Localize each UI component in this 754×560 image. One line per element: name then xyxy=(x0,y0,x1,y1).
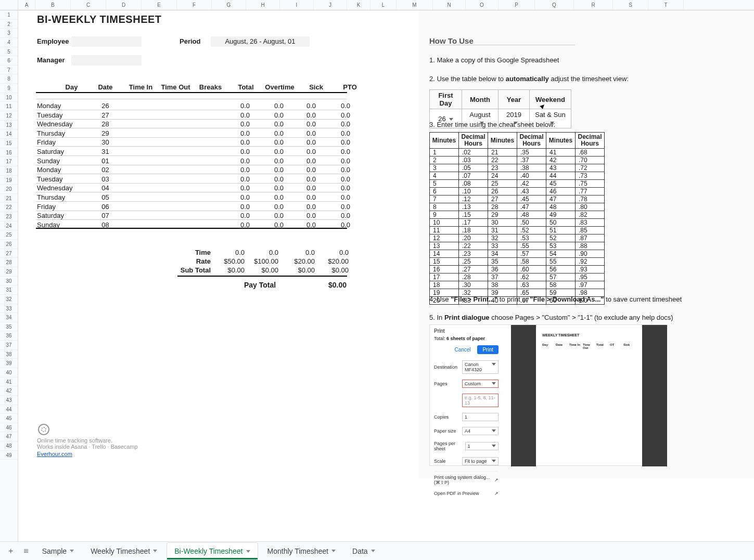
summary-subtotal[interactable]: $0.00 xyxy=(317,266,349,274)
cell-total[interactable]: 0.0 xyxy=(219,129,250,137)
cell-total[interactable]: 0.0 xyxy=(219,120,250,128)
col-header[interactable]: A xyxy=(18,0,35,10)
col-header[interactable]: P xyxy=(499,0,535,10)
cell-day[interactable]: Thursday xyxy=(37,193,71,201)
summary-subtotal[interactable]: $0.00 xyxy=(247,266,278,274)
row-header[interactable]: 1 xyxy=(0,10,18,20)
cell-day[interactable]: Thursday xyxy=(37,129,71,137)
row-header[interactable]: 21 xyxy=(0,194,18,203)
col-header[interactable]: G xyxy=(212,0,246,10)
row-header[interactable]: 44 xyxy=(0,405,18,414)
cell-pto[interactable]: 0.0 xyxy=(319,129,350,137)
col-header[interactable]: T xyxy=(648,0,684,10)
row-header[interactable]: 10 xyxy=(0,93,18,102)
cell-date[interactable]: 29 xyxy=(88,129,122,137)
tab-biweekly[interactable]: Bi-Weekly Timesheet xyxy=(167,542,258,559)
col-header[interactable]: M xyxy=(397,0,433,10)
row-header[interactable]: 23 xyxy=(0,212,18,222)
cell-overtime[interactable]: 0.0 xyxy=(252,166,284,174)
summary-time[interactable]: 0.0 xyxy=(247,249,278,256)
cell-date[interactable]: 26 xyxy=(88,102,122,110)
col-header[interactable]: J xyxy=(314,0,347,10)
footer-link[interactable]: Everhour.com xyxy=(37,451,72,457)
col-header[interactable]: F xyxy=(177,0,212,10)
col-header[interactable]: Q xyxy=(535,0,574,10)
row-header[interactable]: 41 xyxy=(0,377,18,387)
cell-day[interactable]: Friday xyxy=(37,203,71,211)
cell-total[interactable]: 0.0 xyxy=(219,111,250,119)
cell-overtime[interactable]: 0.0 xyxy=(252,129,284,137)
cell-sick[interactable]: 0.0 xyxy=(285,175,316,183)
row-header[interactable]: 22 xyxy=(0,203,18,212)
row-header[interactable]: 8 xyxy=(0,74,18,84)
cell-overtime[interactable]: 0.0 xyxy=(252,184,284,192)
row-header[interactable]: 34 xyxy=(0,313,18,322)
row-header[interactable]: 18 xyxy=(0,166,18,176)
col-header[interactable]: C xyxy=(71,0,106,10)
cell-day[interactable]: Friday xyxy=(37,138,71,146)
cell-overtime[interactable]: 0.0 xyxy=(252,203,284,211)
row-header[interactable]: 12 xyxy=(0,111,18,121)
summary-rate[interactable]: $100.00 xyxy=(247,257,278,265)
cell-day[interactable]: Wednesday xyxy=(37,120,71,128)
summary-time[interactable]: 0.0 xyxy=(317,249,349,256)
cell-overtime[interactable]: 0.0 xyxy=(252,120,284,128)
row-header[interactable]: 31 xyxy=(0,285,18,295)
cell-pto[interactable]: 0.0 xyxy=(319,193,350,201)
summary-subtotal[interactable]: $0.00 xyxy=(284,266,315,274)
cell-total[interactable]: 0.0 xyxy=(219,184,250,192)
cell-day[interactable]: Tuesday xyxy=(37,175,71,183)
cell-sick[interactable]: 0.0 xyxy=(285,120,316,128)
row-header[interactable]: 6 xyxy=(0,56,18,66)
manager-input[interactable] xyxy=(71,55,142,66)
tab-sample[interactable]: Sample xyxy=(35,543,81,559)
row-header[interactable]: 15 xyxy=(0,139,18,148)
row-header[interactable]: 14 xyxy=(0,129,18,139)
row-header[interactable]: 42 xyxy=(0,386,18,396)
add-sheet-button[interactable]: + xyxy=(4,544,17,558)
cell-date[interactable]: 04 xyxy=(88,184,122,192)
cell-total[interactable]: 0.0 xyxy=(219,203,250,211)
cell-date[interactable]: 27 xyxy=(88,111,122,119)
cell-pto[interactable]: 0.0 xyxy=(319,138,350,146)
cell-pto[interactable]: 0.0 xyxy=(319,203,350,211)
cell-pto[interactable]: 0.0 xyxy=(319,184,350,192)
cell-total[interactable]: 0.0 xyxy=(219,157,250,165)
cell-date[interactable]: 01 xyxy=(88,157,122,165)
col-header[interactable]: O xyxy=(466,0,499,10)
col-header[interactable]: L xyxy=(370,0,397,10)
cell-total[interactable]: 0.0 xyxy=(219,166,250,174)
cell-overtime[interactable]: 0.0 xyxy=(252,212,284,219)
cell-day[interactable]: Saturday xyxy=(37,148,71,155)
summary-paytotal[interactable]: $0.00 xyxy=(317,281,347,289)
row-header[interactable]: 19 xyxy=(0,176,18,185)
row-header[interactable]: 13 xyxy=(0,121,18,130)
cell-date[interactable]: 05 xyxy=(88,193,122,201)
all-sheets-button[interactable]: ≡ xyxy=(19,544,32,558)
row-header[interactable]: 27 xyxy=(0,249,18,258)
col-header[interactable]: E xyxy=(142,0,177,10)
cell-sick[interactable]: 0.0 xyxy=(285,148,316,155)
cell-overtime[interactable]: 0.0 xyxy=(252,102,284,110)
row-header[interactable]: 26 xyxy=(0,240,18,249)
row-header[interactable]: 40 xyxy=(0,368,18,377)
col-header[interactable]: D xyxy=(106,0,142,10)
cell-total[interactable]: 0.0 xyxy=(219,175,250,183)
row-header[interactable]: 20 xyxy=(0,185,18,194)
row-header[interactable]: 4 xyxy=(0,38,18,47)
cell-total[interactable]: 0.0 xyxy=(219,102,250,110)
cell-sick[interactable]: 0.0 xyxy=(285,184,316,192)
cell-pto[interactable]: 0.0 xyxy=(319,166,350,174)
cell-date[interactable]: 30 xyxy=(88,138,122,146)
col-header[interactable]: R xyxy=(574,0,613,10)
cell-pto[interactable]: 0.0 xyxy=(319,175,350,183)
cell-date[interactable]: 31 xyxy=(88,148,122,155)
row-header[interactable]: 28 xyxy=(0,258,18,267)
tab-monthly[interactable]: Monthly Timesheet xyxy=(260,543,343,559)
cell-overtime[interactable]: 0.0 xyxy=(252,175,284,183)
row-header[interactable]: 46 xyxy=(0,423,18,433)
cell-day[interactable]: Sunday xyxy=(37,157,71,165)
cell-overtime[interactable]: 0.0 xyxy=(252,193,284,201)
row-header[interactable]: 47 xyxy=(0,432,18,441)
row-header[interactable]: 39 xyxy=(0,359,18,368)
